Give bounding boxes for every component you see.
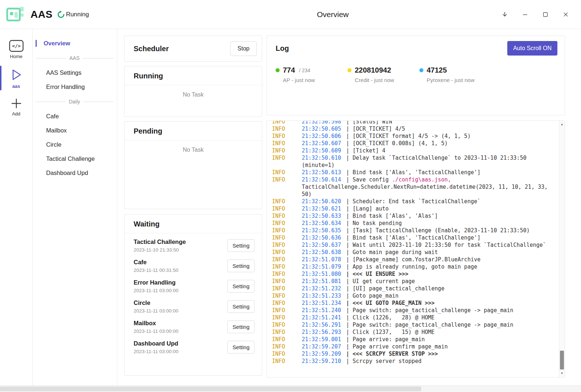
- waiting-card: Waiting Tactical Challenge2023-11-10 21:…: [124, 214, 262, 376]
- log-message: | [OCR_TICKET 0.008s] (4, 1, 5): [346, 140, 448, 147]
- scroll-down-icon[interactable]: ▼: [559, 372, 565, 375]
- scheduler-card: Scheduler Stop: [124, 36, 262, 62]
- divider-line: [36, 58, 66, 58]
- task-info: Circle2023-11-11 03:00:00: [134, 299, 178, 314]
- log-message: | Bind task ['Alas', 'Alas']: [346, 213, 438, 219]
- log-scrollbar[interactable]: ▲ ▼: [559, 121, 565, 377]
- waiting-task-tactical-challenge: Tactical Challenge2023-11-10 21:33:50Set…: [134, 235, 255, 256]
- left-rail: </> Home aas Add: [0, 29, 33, 385]
- log-line: INFO21:32:59.001| Page arrive: page_main: [272, 336, 548, 343]
- menu-item-overview[interactable]: Overview: [33, 36, 117, 50]
- task-name: Dashboard Upd: [134, 340, 178, 347]
- log-timestamp: 21:32:50.605: [302, 125, 346, 132]
- stat-value: 47125: [427, 66, 447, 74]
- log-message: | [UI] page_tactical_challenge: [346, 285, 444, 292]
- menu-item-label: Overview: [44, 40, 70, 46]
- menu-item-circle[interactable]: Circle: [33, 138, 117, 152]
- log-line: INFO21:32:51.081| UI get current page: [272, 278, 548, 285]
- log-timestamp: 21:32:51.240: [302, 307, 346, 314]
- menu-item-label: Circle: [46, 141, 61, 148]
- stat-label: Pyroxene - just now: [419, 77, 491, 83]
- rail-item-home[interactable]: </> Home: [0, 36, 32, 62]
- menu-section-label: AAS: [69, 55, 80, 61]
- log-line: INFO21:32:50.635| [Task] TacticalChallen…: [272, 227, 548, 234]
- menu-item-cafe[interactable]: Cafe: [33, 109, 117, 123]
- svg-text:</>: </>: [12, 43, 21, 49]
- log-message: | [Task] TacticalChallenge (Enable, 2023…: [346, 227, 530, 234]
- task-setting-button[interactable]: Setting: [227, 320, 255, 333]
- pending-card: Pending No Task: [124, 121, 262, 209]
- task-setting-button[interactable]: Setting: [227, 341, 255, 354]
- app-logo-icon: [5, 4, 25, 25]
- page-title: Overview: [117, 10, 548, 19]
- log-header-card: Log Auto Scroll ON 774/ 234AP - just now…: [267, 36, 565, 115]
- log-timestamp: 21:32:50.598: [302, 121, 346, 125]
- horizontal-scrollbar-thumb[interactable]: [0, 387, 421, 391]
- log-message: | [OCR_TICKET] 4/5: [346, 126, 405, 132]
- menu-item-label: Tactical Challenge: [46, 155, 95, 162]
- task-name: Mailbox: [134, 320, 178, 327]
- menu-item-dashboard-upd[interactable]: Dashboard Upd: [33, 166, 117, 180]
- log-output[interactable]: INFO21:32:50.598| [Status] WININFO21:32:…: [267, 121, 559, 377]
- log-lines: INFO21:32:50.598| [Status] WININFO21:32:…: [272, 121, 548, 365]
- log-line: INFO21:32:51.080| <<< UI ENSURE >>>: [272, 270, 548, 278]
- log-level: INFO: [272, 285, 302, 292]
- task-setting-button[interactable]: Setting: [227, 260, 255, 272]
- log-line: INFO21:32:51.234| <<< UI GOTO PAGE_MAIN …: [272, 299, 548, 307]
- pending-card-header: Pending: [125, 122, 262, 140]
- log-message: | <<< SCRCPY SERVER STOP >>>: [346, 351, 438, 357]
- menu-item-aas-settings[interactable]: AAS Settings: [33, 66, 117, 80]
- log-line: INFO21:32:50.634| No task pending: [272, 220, 548, 227]
- maximize-button[interactable]: [538, 7, 553, 22]
- rail-item-aas[interactable]: aas: [0, 64, 32, 92]
- menu-item-tactical-challenge[interactable]: Tactical Challenge: [33, 152, 117, 166]
- menu-active-indicator: [36, 40, 37, 47]
- log-header-row: Log Auto Scroll ON: [276, 41, 557, 56]
- log-level: INFO: [272, 350, 302, 358]
- log-timestamp: 21:32:50.614: [302, 176, 346, 183]
- auto-scroll-button[interactable]: Auto Scroll ON: [507, 41, 557, 56]
- log-level: INFO: [272, 147, 302, 154]
- log-timestamp: 21:32:50.620: [302, 198, 346, 205]
- task-setting-button[interactable]: Setting: [227, 239, 255, 252]
- minimize-button[interactable]: [518, 7, 532, 22]
- log-timestamp: 21:32:51.078: [302, 256, 346, 263]
- task-setting-button[interactable]: Setting: [227, 280, 255, 293]
- log-message: | Scrcpy server stopped: [346, 358, 422, 364]
- update-button[interactable]: [497, 7, 512, 22]
- stat-dot-icon: [276, 68, 280, 72]
- log-message: | Click (1226, 28) @ HOME: [346, 314, 435, 321]
- stat-value-row: 220810942: [348, 66, 419, 74]
- stat-credit: 220810942Credit - just now: [348, 66, 419, 83]
- log-line: INFO21:32:56.291| Page switch: page_tact…: [272, 321, 548, 328]
- log-message: | Bind task ['Alas', 'TacticalChallenge'…: [346, 169, 480, 176]
- log-timestamp: 21:32:50.606: [302, 132, 346, 140]
- menu-item-error-handling[interactable]: Error Handling: [33, 80, 117, 94]
- task-info: Tactical Challenge2023-11-10 21:33:50: [134, 238, 186, 253]
- task-setting-button[interactable]: Setting: [227, 300, 255, 313]
- task-info: Mailbox2023-11-11 03:00:00: [134, 320, 178, 334]
- stat-ap: 774/ 234AP - just now: [276, 66, 348, 83]
- scrollbar-thumb[interactable]: [560, 351, 564, 369]
- scheduler-title: Scheduler: [134, 45, 169, 53]
- task-next-run-time: 2023-11-10 21:33:50: [134, 247, 186, 253]
- menu-item-mailbox[interactable]: Mailbox: [33, 123, 117, 138]
- stat-suffix: / 234: [299, 68, 310, 73]
- task-next-run-time: 2023-11-11 03:00:00: [134, 288, 178, 293]
- rail-item-add[interactable]: Add: [0, 94, 32, 119]
- log-level: INFO: [272, 343, 302, 350]
- log-message: | Page arrive confirm page_main: [346, 343, 448, 350]
- log-message: | Page arrive: page_main: [346, 336, 425, 343]
- app-window: AAS Running Overview: [0, 0, 581, 385]
- log-message: | [Package_name] com.YostarJP.BlueArchiv…: [346, 256, 480, 263]
- log-level: INFO: [272, 121, 302, 125]
- log-line: INFO21:32:59.207| Page arrive confirm pa…: [272, 343, 548, 350]
- log-message: | Bind task ['Alas', 'TacticalChallenge'…: [346, 234, 480, 241]
- log-timestamp: 21:32:50.621: [302, 205, 346, 212]
- log-message: | [Lang] auto: [346, 205, 389, 212]
- scroll-up-icon[interactable]: ▲: [559, 123, 565, 126]
- close-button[interactable]: [558, 7, 573, 22]
- horizontal-scrollbar[interactable]: [0, 385, 581, 392]
- scheduler-stop-button[interactable]: Stop: [230, 41, 257, 56]
- maximize-icon: [543, 12, 548, 17]
